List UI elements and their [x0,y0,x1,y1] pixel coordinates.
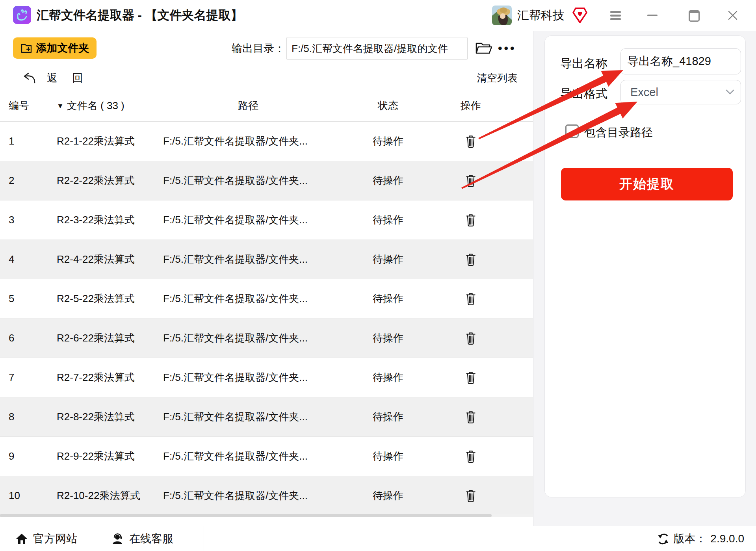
export-format-select[interactable]: Excel [620,80,741,104]
row-filename: R2-7-22乘法算式 [47,371,158,384]
main-area: 添加文件夹 输出目录： ••• 返 回 清空列表 编号 [0,31,533,526]
row-filename: R2-9-22乘法算式 [47,449,158,463]
table-row: 9 R2-9-22乘法算式 F:/5.汇帮文件名提取器/文件夹... 待操作 [0,437,533,476]
back-label: 返 回 [47,71,83,85]
row-status: 待操作 [339,489,437,503]
delete-row-button[interactable] [463,330,478,347]
row-filename: R2-8-22乘法算式 [47,410,158,424]
menu-button[interactable] [610,11,621,22]
close-button[interactable] [727,10,738,21]
row-path: F:/5.汇帮文件名提取器/文件夹... [158,371,339,384]
table-row: 8 R2-8-22乘法算式 F:/5.汇帮文件名提取器/文件夹... 待操作 [0,397,533,437]
delete-row-button[interactable] [463,211,478,228]
header-path: 路径 [158,99,339,113]
row-filename: R2-1-22乘法算式 [47,134,158,148]
add-folder-button[interactable]: 添加文件夹 [13,37,97,59]
include-path-checkbox[interactable] [565,124,579,138]
row-path: F:/5.汇帮文件名提取器/文件夹... [158,213,339,227]
maximize-button[interactable] [689,10,700,22]
export-format-value: Excel [621,86,726,99]
update-refresh-icon[interactable] [657,533,669,545]
row-index: 6 [0,332,47,344]
header-action: 操作 [437,99,504,113]
row-index: 9 [0,450,47,462]
row-filename: R2-6-22乘法算式 [47,331,158,345]
minimize-button[interactable] [647,15,658,16]
trash-icon [465,331,477,345]
header-filename-label: 文件名 ( 33 ) [67,99,124,113]
row-status: 待操作 [339,331,437,345]
table-row: 4 R2-4-22乘法算式 F:/5.汇帮文件名提取器/文件夹... 待操作 [0,240,533,279]
row-path: F:/5.汇帮文件名提取器/文件夹... [158,134,339,148]
delete-row-button[interactable] [463,487,478,504]
trash-icon [465,371,477,384]
row-index: 2 [0,174,47,187]
table-row: 7 R2-7-22乘法算式 F:/5.汇帮文件名提取器/文件夹... 待操作 [0,358,533,397]
title-bar: 汇帮文件名提取器 - 【文件夹名提取】 汇帮科技 [0,0,756,31]
trash-icon [465,410,477,424]
row-filename: R2-5-22乘法算式 [47,292,158,306]
brand-name: 汇帮科技 [517,0,565,31]
back-arrow-icon [22,72,37,84]
home-icon [16,533,28,545]
delete-row-button[interactable] [463,408,478,425]
row-path: F:/5.汇帮文件名提取器/文件夹... [158,331,339,345]
table-row: 2 R2-2-22乘法算式 F:/5.汇帮文件名提取器/文件夹... 待操作 [0,161,533,200]
row-filename: R2-4-22乘法算式 [47,252,158,266]
delete-row-button[interactable] [463,133,478,150]
row-status: 待操作 [339,213,437,227]
export-name-input[interactable] [620,48,741,74]
horizontal-scrollbar[interactable] [0,514,533,517]
sort-desc-icon[interactable]: ▼ [57,102,64,109]
output-dir-label: 输出目录： [232,37,285,60]
row-index: 1 [0,135,47,147]
delete-row-button[interactable] [463,251,478,268]
app-logo-icon [13,6,31,24]
browse-folder-icon[interactable] [474,39,494,58]
version-value: 2.9.0.0 [710,532,744,545]
delete-row-button[interactable] [463,448,478,465]
delete-row-button[interactable] [463,369,478,386]
table-row: 1 R2-1-22乘法算式 F:/5.汇帮文件名提取器/文件夹... 待操作 [0,122,533,161]
row-index: 3 [0,214,47,226]
official-site-link[interactable]: 官方网站 [16,526,77,551]
vip-badge-icon[interactable] [572,7,588,26]
table-row: 3 R2-3-22乘法算式 F:/5.汇帮文件名提取器/文件夹... 待操作 [0,200,533,240]
trash-icon [465,213,477,227]
row-index: 5 [0,293,47,305]
start-extract-button[interactable]: 开始提取 [561,168,733,200]
clear-list-button[interactable]: 清空列表 [477,67,518,89]
row-status: 待操作 [339,449,437,463]
headset-icon [111,533,124,545]
row-status: 待操作 [339,292,437,306]
online-support-link[interactable]: 在线客服 [111,526,173,551]
delete-row-button[interactable] [463,290,478,307]
window-title: 汇帮文件名提取器 - 【文件夹名提取】 [37,0,243,31]
trash-icon [465,174,477,187]
row-index: 10 [0,490,47,502]
table-row: 5 R2-5-22乘法算式 F:/5.汇帮文件名提取器/文件夹... 待操作 [0,279,533,319]
export-card: 导出名称 导出格式 Excel 包含目录路径 开始提取 [544,35,746,497]
footer-divider [204,526,204,551]
row-status: 待操作 [339,134,437,148]
app-window: 汇帮文件名提取器 - 【文件夹名提取】 汇帮科技 [0,0,756,551]
header-index: 编号 [0,99,47,113]
row-path: F:/5.汇帮文件名提取器/文件夹... [158,449,339,463]
header-filename[interactable]: ▼ 文件名 ( 33 ) [47,99,158,113]
delete-row-button[interactable] [463,172,478,189]
trash-icon [465,292,477,306]
horizontal-scrollbar-thumb[interactable] [0,514,492,517]
header-status: 状态 [339,99,437,113]
row-filename: R2-10-22乘法算式 [47,489,158,503]
row-status: 待操作 [339,174,437,187]
output-dir-input[interactable] [286,37,468,60]
table-header: 编号 ▼ 文件名 ( 33 ) 路径 状态 操作 [0,90,533,122]
row-filename: R2-3-22乘法算式 [47,213,158,227]
trash-icon [465,134,477,148]
row-index: 8 [0,411,47,423]
user-avatar[interactable] [492,6,512,25]
online-support-label: 在线客服 [129,531,173,546]
table-row: 10 R2-10-22乘法算式 F:/5.汇帮文件名提取器/文件夹... 待操作 [0,476,533,516]
back-button[interactable]: 返 回 [22,67,83,89]
more-options-button[interactable]: ••• [498,37,516,60]
